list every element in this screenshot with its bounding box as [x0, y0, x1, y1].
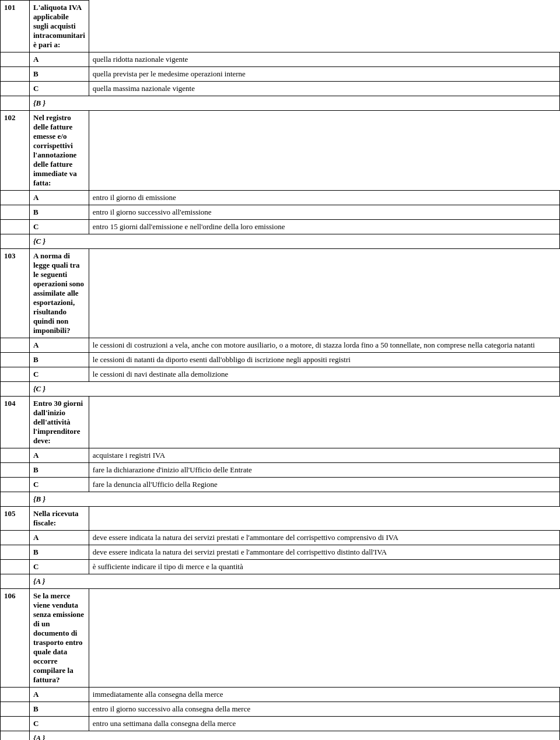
option-text: entro il giorno successivo all'emissione [89, 205, 559, 220]
option-text: è sufficiente indicare il tipo di merce … [89, 560, 559, 574]
empty-cell [1, 478, 30, 492]
empty-cell [1, 448, 30, 463]
question-number: 104 [1, 397, 30, 448]
question-text: Entro 30 giorni dall'inizio dell'attivit… [30, 397, 89, 448]
empty-cell [1, 702, 30, 717]
empty-cell [1, 205, 30, 220]
option-text: quella prevista per le medesime operazio… [89, 67, 559, 82]
answer-empty [1, 234, 30, 249]
question-number: 103 [1, 249, 30, 338]
option-letter: C [30, 367, 89, 382]
option-letter: C [30, 717, 89, 731]
answer-empty [1, 731, 30, 741]
empty-cell [1, 688, 30, 702]
option-text: entro il giorno di emissione [89, 191, 559, 205]
option-letter: C [30, 560, 89, 574]
option-letter: A [30, 688, 89, 702]
question-number: 102 [1, 111, 30, 191]
option-text: le cessioni di natanti da diporto esenti… [89, 353, 559, 367]
empty-cell [1, 353, 30, 367]
question-number: 105 [1, 507, 30, 531]
question-text: A norma di legge quali tra le seguenti o… [30, 249, 89, 338]
question-number: 106 [1, 589, 30, 688]
option-text: entro il giorno successivo alla consegna… [89, 702, 559, 717]
answer-label: {C } [30, 382, 560, 397]
empty-cell [1, 531, 30, 545]
option-text: acquistare i registri IVA [89, 448, 559, 463]
option-letter: B [30, 205, 89, 220]
answer-label: {C } [30, 234, 560, 249]
answer-empty [1, 492, 30, 507]
empty-cell [1, 463, 30, 478]
option-letter: C [30, 220, 89, 234]
option-text: immediatamente alla consegna della merce [89, 688, 559, 702]
option-text: quella ridotta nazionale vigente [89, 52, 559, 67]
answer-label: {B } [30, 96, 560, 111]
option-letter: A [30, 531, 89, 545]
answer-empty [1, 574, 30, 589]
empty-cell [1, 338, 30, 353]
option-letter: C [30, 478, 89, 492]
option-letter: B [30, 353, 89, 367]
question-text: Nel registro delle fatture emesse e/o co… [30, 111, 89, 191]
empty-cell [1, 52, 30, 67]
empty-cell [1, 67, 30, 82]
question-text: L'aliquota IVA applicabile sugli acquist… [30, 1, 89, 52]
option-letter: B [30, 463, 89, 478]
answer-empty [1, 382, 30, 397]
option-text: quella massima nazionale vigente [89, 82, 559, 96]
option-letter: A [30, 448, 89, 463]
option-letter: B [30, 545, 89, 560]
empty-cell [1, 545, 30, 560]
option-letter: B [30, 67, 89, 82]
option-text: fare la denuncia all'Ufficio della Regio… [89, 478, 559, 492]
option-text: fare la dichiarazione d'inizio all'Uffic… [89, 463, 559, 478]
option-letter: C [30, 82, 89, 96]
option-text: le cessioni di navi destinate alla demol… [89, 367, 559, 382]
option-letter: A [30, 52, 89, 67]
empty-cell [1, 220, 30, 234]
empty-cell [1, 367, 30, 382]
question-text: Nella ricevuta fiscale: [30, 507, 89, 531]
option-letter: B [30, 702, 89, 717]
answer-empty [1, 96, 30, 111]
option-text: le cessioni di costruzioni a vela, anche… [89, 338, 559, 353]
question-text: Se la merce viene venduta senza emission… [30, 589, 89, 688]
empty-cell [1, 82, 30, 96]
option-text: entro una settimana dalla consegna della… [89, 717, 559, 731]
option-letter: A [30, 191, 89, 205]
answer-label: {A } [30, 731, 560, 741]
empty-cell [1, 191, 30, 205]
option-text: deve essere indicata la natura dei servi… [89, 531, 559, 545]
option-text: deve essere indicata la natura dei servi… [89, 545, 559, 560]
empty-cell [1, 560, 30, 574]
answer-label: {A } [30, 574, 560, 589]
answer-label: {B } [30, 492, 560, 507]
option-letter: A [30, 338, 89, 353]
question-number: 101 [1, 1, 30, 52]
option-text: entro 15 giorni dall'emissione e nell'or… [89, 220, 559, 234]
questions-table: 101L'aliquota IVA applicabile sugli acqu… [0, 0, 560, 740]
empty-cell [1, 717, 30, 731]
